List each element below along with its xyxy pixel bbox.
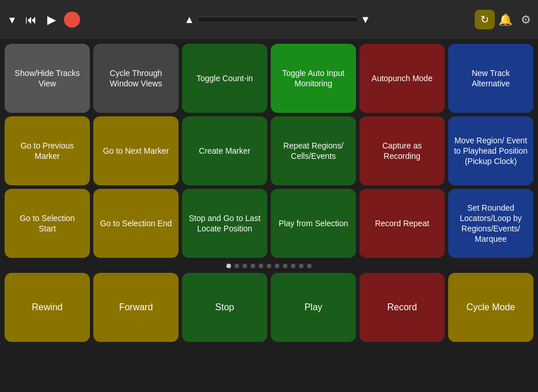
grid-cell-r0-c1[interactable]: Cycle Through Window Views (93, 44, 179, 113)
dot-9[interactable] (299, 264, 304, 268)
grid-cell-r2-c5[interactable]: Set Rounded Locators/Loop by Regions/Eve… (448, 189, 533, 258)
grid-cell-r1-c4[interactable]: Capture as Recording (359, 116, 445, 185)
grid-cell-r0-c3[interactable]: Toggle Auto Input Monitoring (271, 44, 356, 113)
grid-cell-r2-c4[interactable]: Record Repeat (359, 189, 445, 258)
grid-cell-r2-c3[interactable]: Play from Selection (271, 189, 356, 258)
transport-cell-4[interactable]: Record (359, 273, 445, 342)
dot-2[interactable] (243, 264, 247, 268)
chevron-up-button[interactable]: ▲ (184, 14, 195, 26)
dot-7[interactable] (283, 264, 287, 268)
grid-cell-r2-c2[interactable]: Stop and Go to Last Locate Position (182, 189, 267, 258)
play-button[interactable]: ▶ (45, 10, 58, 29)
dot-8[interactable] (291, 264, 295, 268)
grid-cell-r1-c0[interactable]: Go to Previous Marker (5, 116, 90, 185)
grid: Show/Hide Tracks ViewCycle Through Windo… (5, 44, 533, 258)
chevron-down-button[interactable]: ▼ (361, 14, 371, 26)
grid-cell-r0-c2[interactable]: Toggle Count-in (182, 44, 267, 113)
metronome-button[interactable]: 🔔 (498, 13, 513, 26)
grid-cell-r0-c0[interactable]: Show/Hide Tracks View (5, 44, 90, 113)
transport-cell-3[interactable]: Play (271, 273, 356, 342)
record-button[interactable] (64, 12, 80, 28)
grid-cell-r2-c0[interactable]: Go to Selection Start (5, 189, 90, 258)
transport-cell-0[interactable]: Rewind (5, 273, 90, 342)
grid-cell-r1-c1[interactable]: Go to Next Marker (93, 116, 179, 185)
top-bar: ▾ ⏮ ▶ ▲ ▼ ↻ 🔔 ⚙ (0, 0, 538, 39)
dots-row (0, 258, 538, 273)
dot-3[interactable] (251, 264, 255, 268)
settings-button[interactable]: ⚙ (521, 13, 531, 26)
bottom-transport: RewindForwardStopPlayRecordCycle Mode (0, 273, 538, 347)
transport-cell-1[interactable]: Forward (93, 273, 179, 342)
dot-4[interactable] (259, 264, 263, 268)
dot-1[interactable] (234, 264, 239, 268)
grid-cell-r0-c5[interactable]: New Track Alternative (448, 44, 533, 113)
dot-6[interactable] (275, 264, 279, 268)
grid-cell-r1-c3[interactable]: Repeat Regions/ Cells/Events (271, 116, 356, 185)
grid-cell-r0-c4[interactable]: Autopunch Mode (359, 44, 445, 113)
rewind-to-start-button[interactable]: ⏮ (23, 11, 39, 29)
grid-cell-r1-c5[interactable]: Move Region/ Event to Playhead Position … (448, 116, 533, 185)
dot-10[interactable] (307, 264, 312, 268)
grid-cell-r1-c2[interactable]: Create Marker (182, 116, 267, 185)
grid-cell-r2-c1[interactable]: Go to Selection End (93, 189, 179, 258)
transport-cell-5[interactable]: Cycle Mode (448, 273, 533, 342)
dropdown-arrow[interactable]: ▾ (7, 10, 17, 29)
transport-left: ▾ ⏮ ▶ (7, 10, 80, 29)
top-bar-controls: ↻ 🔔 ⚙ (475, 10, 531, 29)
dot-5[interactable] (267, 264, 271, 268)
position-display[interactable] (197, 17, 358, 22)
grid-area: Show/Hide Tracks ViewCycle Through Windo… (0, 39, 538, 258)
transport-cell-2[interactable]: Stop (182, 273, 267, 342)
dot-0 (226, 264, 231, 268)
cycle-button[interactable]: ↻ (475, 10, 495, 29)
